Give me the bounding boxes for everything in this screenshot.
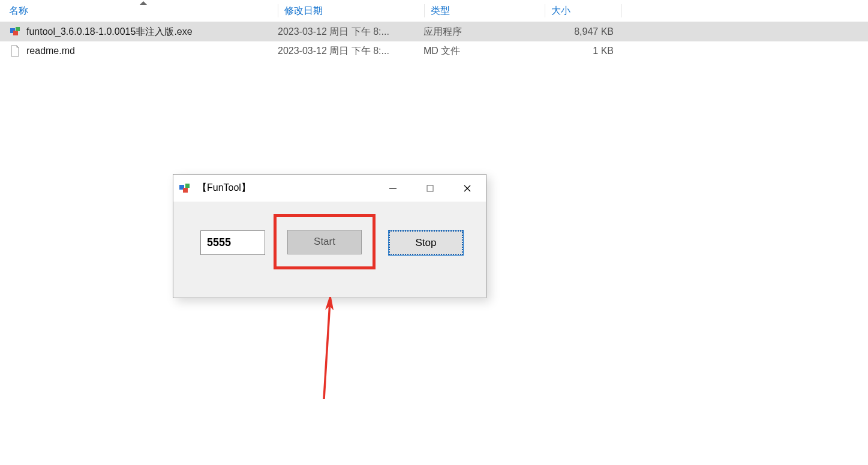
column-header-type[interactable]: 类型 (425, 0, 545, 22)
column-header-size[interactable]: 大小 (545, 0, 621, 22)
column-label: 修改日期 (284, 5, 323, 17)
file-row[interactable]: funtool_3.6.0.18-1.0.0015非注入版.exe 2023-0… (0, 22, 868, 41)
minimize-icon (389, 184, 397, 193)
file-size: 1 KB (543, 41, 620, 61)
svg-line-11 (324, 302, 330, 399)
svg-rect-4 (183, 188, 188, 193)
close-button[interactable] (449, 175, 486, 202)
sort-asc-icon (140, 1, 147, 5)
annotation-highlight-box: Start (274, 214, 376, 269)
file-type: MD 文件 (424, 41, 543, 61)
window-title: 【FunTool】 (197, 182, 374, 194)
maximize-button[interactable] (412, 175, 449, 202)
column-label: 类型 (431, 5, 450, 17)
svg-rect-2 (16, 27, 20, 31)
column-divider[interactable] (621, 4, 622, 17)
document-file-icon (9, 45, 21, 57)
window-titlebar[interactable]: 【FunTool】 (173, 175, 486, 202)
port-input[interactable] (200, 230, 265, 255)
svg-rect-1 (13, 31, 18, 35)
app-cubes-icon (178, 182, 191, 195)
column-label: 名称 (9, 5, 28, 17)
column-header-name[interactable]: 名称 (9, 0, 278, 22)
svg-rect-7 (427, 185, 433, 191)
annotation-arrow-icon (312, 297, 348, 402)
exe-file-icon (9, 26, 21, 38)
maximize-icon (426, 184, 434, 193)
file-type: 应用程序 (424, 22, 543, 41)
file-row[interactable]: readme.md 2023-03-12 周日 下午 8:... MD 文件 1… (0, 41, 868, 61)
minimize-button[interactable] (374, 175, 412, 202)
close-icon (463, 184, 471, 193)
column-label: 大小 (551, 5, 570, 17)
stop-button[interactable]: Stop (389, 230, 463, 255)
file-modified: 2023-03-12 周日 下午 8:... (278, 41, 424, 61)
file-name: funtool_3.6.0.18-1.0.0015非注入版.exe (26, 26, 193, 38)
file-size: 8,947 KB (543, 22, 620, 41)
file-name: readme.md (26, 46, 75, 56)
svg-rect-5 (185, 184, 190, 188)
column-header-modified[interactable]: 修改日期 (278, 0, 424, 22)
funtool-window: 【FunTool】 Start (173, 174, 486, 298)
file-modified: 2023-03-12 周日 下午 8:... (278, 22, 424, 41)
explorer-column-header: 名称 修改日期 类型 大小 (0, 0, 868, 22)
start-button[interactable]: Start (287, 230, 362, 254)
